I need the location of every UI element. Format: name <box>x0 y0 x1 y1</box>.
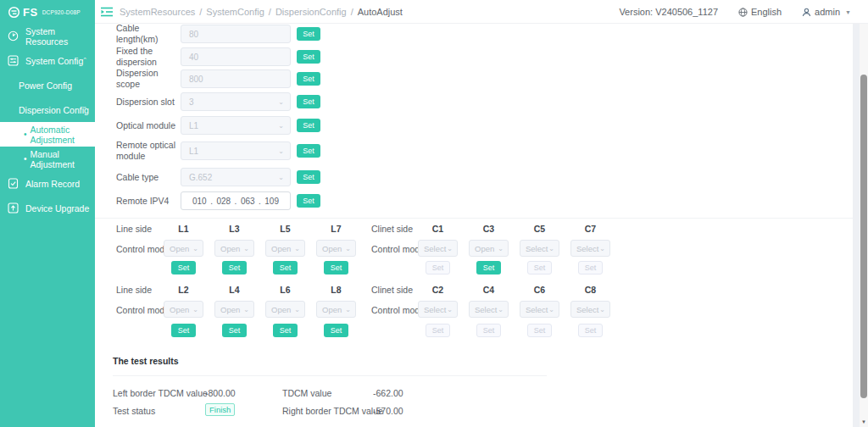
set-button[interactable]: Set <box>297 72 320 86</box>
remote-optical-module-select[interactable]: L1⌄ <box>181 141 291 160</box>
chevron-down-icon: ⌄ <box>192 306 198 313</box>
control-mode-select-L5[interactable]: Open⌄ <box>265 240 305 257</box>
user-icon <box>802 8 811 17</box>
sidebar-item-dispersion-config[interactable]: Dispersion Config ⌃ <box>0 97 95 122</box>
set-button[interactable]: Set <box>297 27 320 41</box>
select-value: Open <box>271 244 291 253</box>
user-menu[interactable]: admin ▼ <box>802 7 851 17</box>
set-button-L5[interactable]: Set <box>273 261 298 274</box>
optical-module-select[interactable]: L1⌄ <box>181 116 291 135</box>
sidebar-item-device-upgrade[interactable]: Device Upgrade <box>0 196 95 220</box>
control-mode-select-L6[interactable]: Open⌄ <box>265 301 305 318</box>
set-button[interactable]: Set <box>297 144 320 158</box>
control-mode-select-C4[interactable]: Select⌄ <box>469 301 509 318</box>
cable-length-input[interactable]: 80 <box>181 25 291 43</box>
control-mode-select-C8[interactable]: Select⌄ <box>570 301 610 318</box>
set-button-L4[interactable]: Set <box>222 324 247 337</box>
breadcrumb-item[interactable]: DispersionConfig <box>275 7 347 17</box>
settings-icon <box>8 55 19 66</box>
port-header: C7 <box>570 224 610 234</box>
ipv4-segment: 063 <box>241 197 255 206</box>
field-value: L1 <box>189 147 198 156</box>
set-button-L7[interactable]: Set <box>324 261 348 274</box>
dispersion-slot-select[interactable]: 3⌄ <box>181 92 291 111</box>
breadcrumb: SystemResources / SystemConfig / Dispers… <box>120 0 403 24</box>
port-header: L8 <box>316 285 356 295</box>
control-mode-select-L7[interactable]: Open⌄ <box>316 240 356 257</box>
chevron-down-icon: ⌄ <box>294 306 300 313</box>
set-button[interactable]: Set <box>297 194 320 208</box>
set-button-L2[interactable]: Set <box>171 324 196 337</box>
set-button-L6[interactable]: Set <box>273 324 298 337</box>
control-mode-label: Control mode <box>371 244 425 254</box>
breadcrumb-item[interactable]: SystemConfig <box>206 7 264 17</box>
control-mode-select-L4[interactable]: Open⌄ <box>214 301 254 318</box>
dispersion-scope-input[interactable]: 800 <box>181 69 291 88</box>
set-button[interactable]: Set <box>297 50 320 64</box>
ipv4-dot: . <box>235 197 237 206</box>
port-header: C1 <box>418 224 458 234</box>
field-value: 800 <box>189 75 203 84</box>
field-value: L1 <box>189 121 198 130</box>
sidebar-item-label: Dispersion Config <box>19 105 89 115</box>
chevron-down-icon: ⌄ <box>548 245 554 252</box>
sidebar: System Resources System Config ⌃ Power C… <box>0 24 95 427</box>
control-mode-select-L1[interactable]: Open⌄ <box>164 240 203 257</box>
form-row: Cable type G.652⌄ Set <box>116 168 320 186</box>
language-switch[interactable]: English <box>738 7 782 17</box>
sidebar-item-manual-adjustment[interactable]: • Manual Adjustment <box>0 147 95 171</box>
status-badge: Finish <box>205 403 235 416</box>
control-mode-select-C5[interactable]: Select⌄ <box>520 240 559 257</box>
field-label: Dispersion scope <box>116 68 181 89</box>
set-button-L8[interactable]: Set <box>324 324 348 337</box>
control-mode-select-L8[interactable]: Open⌄ <box>316 301 356 318</box>
select-value: Open <box>170 305 189 314</box>
set-button[interactable]: Set <box>297 95 320 108</box>
set-button-C5: Set <box>527 261 552 274</box>
set-button[interactable]: Set <box>297 119 320 132</box>
control-mode-select-L2[interactable]: Open⌄ <box>164 301 203 318</box>
device-model: DCP920-D08P <box>42 9 81 15</box>
breadcrumb-item[interactable]: SystemResources <box>120 7 195 17</box>
fixed-dispersion-input[interactable]: 40 <box>181 47 291 66</box>
control-mode-select-C3[interactable]: Open⌄ <box>469 240 509 257</box>
control-mode-select-C7[interactable]: Select⌄ <box>570 240 610 257</box>
select-value: Select <box>576 244 598 253</box>
port-header: C8 <box>570 285 610 295</box>
set-button-L1[interactable]: Set <box>171 261 196 274</box>
set-button-C3[interactable]: Set <box>476 261 501 274</box>
set-button[interactable]: Set <box>297 170 320 184</box>
set-button-L3[interactable]: Set <box>222 261 247 274</box>
select-value: Select <box>475 305 497 314</box>
sidebar-item-label: Alarm Record <box>25 179 80 189</box>
result-label: Test status <box>113 406 155 416</box>
port-header: L7 <box>316 224 356 234</box>
chevron-down-icon: ⌄ <box>548 306 554 313</box>
sidebar-item-alarm-record[interactable]: Alarm Record <box>0 171 95 196</box>
vertical-scrollbar[interactable]: ▲ ▼ <box>860 0 868 427</box>
scroll-down-arrow-icon[interactable]: ▼ <box>860 418 868 426</box>
port-header: L4 <box>214 285 254 295</box>
set-button-C7: Set <box>578 261 603 274</box>
control-mode-select-C1[interactable]: Select⌄ <box>418 240 458 257</box>
menu-fold-icon[interactable] <box>101 7 113 17</box>
remote-ipv4-input[interactable]: 010 . 028 . 063 . 109 <box>181 191 291 210</box>
bullet-icon: • <box>24 155 27 164</box>
sidebar-item-automatic-adjustment[interactable]: • Automatic Adjustment <box>0 122 95 147</box>
port-header: C2 <box>418 285 458 295</box>
sidebar-item-system-config[interactable]: System Config ⌃ <box>0 48 95 73</box>
chevron-down-icon: ⌄ <box>345 306 351 313</box>
control-mode-select-L3[interactable]: Open⌄ <box>214 240 254 257</box>
control-mode-select-C6[interactable]: Select⌄ <box>520 301 559 318</box>
select-value: Open <box>220 244 240 253</box>
chevron-down-icon: ⌄ <box>498 245 504 252</box>
scrollbar-thumb[interactable] <box>860 75 867 398</box>
chevron-down-icon: ▼ <box>845 9 851 15</box>
cable-type-select[interactable]: G.652⌄ <box>181 168 291 186</box>
sidebar-item-system-resources[interactable]: System Resources <box>0 24 95 48</box>
control-mode-select-C2[interactable]: Select⌄ <box>418 301 458 318</box>
select-value: Select <box>424 305 446 314</box>
sidebar-item-power-config[interactable]: Power Config <box>0 73 95 97</box>
sidebar-item-label: System Config <box>25 56 83 66</box>
ipv4-segment: 010 <box>192 197 207 206</box>
